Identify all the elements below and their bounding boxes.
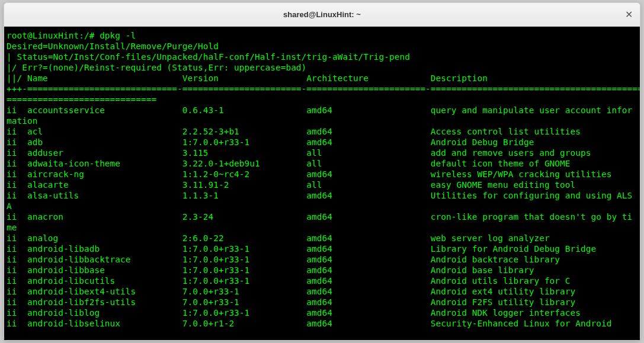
terminal-line: A [7,201,640,211]
terminal-line: ============================= [7,94,640,105]
terminal-line: ii android-libext4-utils 7.0.0+r33-1 amd… [7,286,640,297]
terminal-line: ii anacron 2.3-24 amd64 cron-like progra… [7,211,640,222]
terminal-line: ii analog 2:6.0-22 amd64 web server log … [7,233,640,243]
terminal-line: ||/ Name Version Architecture Descriptio… [7,73,640,84]
terminal-line: ii accountsservice 0.6.43-1 amd64 query … [7,105,640,116]
terminal-line: ii alsa-utils 1.1.3-1 amd64 Utilities fo… [7,190,640,201]
terminal-line: root@LinuxHint:/# dpkg -l [7,30,640,41]
terminal-line: mation [7,116,640,126]
terminal-line: ii aircrack-ng 1:1.2-0~rc4-2 amd64 wirel… [7,169,640,179]
terminal-line: ii acl 2.2.52-3+b1 amd64 Access control … [7,126,640,137]
terminal-line: ii android-libf2fs-utils 7.0.0+r33-1 amd… [7,297,640,307]
terminal-line: ii alacarte 3.11.91-2 all easy GNOME men… [7,179,640,190]
titlebar[interactable]: shared@LinuxHint: ~ ✕ [4,3,640,27]
terminal-line: me [7,222,640,233]
terminal-output[interactable]: root@LinuxHint:/# dpkg -lDesired=Unknown… [4,27,640,340]
terminal-line: +++-=============================-======… [7,84,640,94]
terminal-line: ii android-libadb 1:7.0.0+r33-1 amd64 Li… [7,243,640,254]
terminal-line: ii android-libbacktrace 1:7.0.0+r33-1 am… [7,254,640,265]
close-icon[interactable]: ✕ [623,9,634,20]
terminal-line: ii android-libcutils 1:7.0.0+r33-1 amd64… [7,275,640,286]
terminal-line: ii android-libbase 1:7.0.0+r33-1 amd64 A… [7,265,640,275]
terminal-line: ii adduser 3.115 all add and remove user… [7,148,640,158]
terminal-window: shared@LinuxHint: ~ ✕ root@LinuxHint:/# … [4,2,640,341]
terminal-line: Desired=Unknown/Install/Remove/Purge/Hol… [7,41,640,52]
terminal-line: | Status=Not/Inst/Conf-files/Unpacked/ha… [7,52,640,62]
terminal-line: |/ Err?=(none)/Reinst-required (Status,E… [7,62,640,73]
terminal-line: ii android-libselinux 7.0.0+r1-2 amd64 S… [7,318,640,329]
terminal-line: ii adb 1:7.0.0+r33-1 amd64 Android Debug… [7,137,640,148]
terminal-line: ii adwaita-icon-theme 3.22.0-1+deb9u1 al… [7,158,640,169]
window-title: shared@LinuxHint: ~ [283,10,361,19]
terminal-line: ii android-liblog 1:7.0.0+r33-1 amd64 An… [7,307,640,318]
